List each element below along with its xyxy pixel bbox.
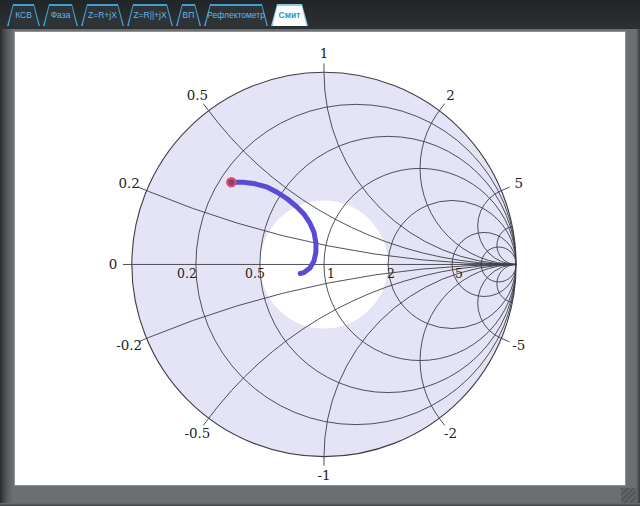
- tab-reflectometer[interactable]: Рефлектометр: [204, 4, 268, 26]
- svg-text:0.5: 0.5: [187, 88, 208, 103]
- svg-text:2: 2: [387, 266, 395, 281]
- tab-label: Рефлектометр: [204, 4, 268, 26]
- svg-text:1: 1: [320, 46, 329, 61]
- tab-ksv[interactable]: КСВ: [7, 4, 40, 26]
- tab-label: КСВ: [7, 4, 40, 26]
- svg-text:-0.5: -0.5: [184, 426, 210, 441]
- tab-smith[interactable]: Смит: [271, 4, 308, 26]
- tab-bar: КСВ Фаза Z=R+jX Z=R||+jX ВП Рефлектометр…: [0, 0, 640, 29]
- svg-text:5: 5: [515, 176, 524, 191]
- tab-phase[interactable]: Фаза: [43, 4, 78, 26]
- tab-z-series[interactable]: Z=R+jX: [81, 4, 124, 26]
- window-left-edge: [0, 0, 13, 506]
- svg-text:-0.2: -0.2: [116, 338, 142, 353]
- svg-text:2: 2: [446, 88, 455, 103]
- svg-text:-2: -2: [444, 426, 457, 441]
- svg-text:-1: -1: [317, 468, 330, 483]
- svg-text:0.2: 0.2: [177, 266, 197, 281]
- smith-chart: 10.520.250-0.2-5-0.5-2-10.20.5125: [15, 32, 625, 485]
- svg-text:1: 1: [327, 266, 335, 281]
- resize-grip[interactable]: [621, 488, 636, 503]
- tab-vp[interactable]: ВП: [176, 4, 201, 26]
- trace-marker: [227, 178, 235, 186]
- tab-label: Фаза: [43, 4, 78, 26]
- svg-text:0.5: 0.5: [245, 266, 265, 281]
- tab-z-parallel[interactable]: Z=R||+jX: [127, 4, 173, 26]
- tab-label: Z=R||+jX: [127, 4, 173, 26]
- svg-text:0: 0: [109, 257, 118, 272]
- tab-label: Z=R+jX: [81, 4, 124, 26]
- content-panel: 10.520.250-0.2-5-0.5-2-10.20.5125: [14, 31, 626, 486]
- svg-text:0.2: 0.2: [118, 176, 139, 191]
- window-right-edge: [636, 0, 640, 506]
- tab-label: ВП: [176, 4, 201, 26]
- tab-label: Смит: [271, 4, 308, 26]
- svg-text:-5: -5: [512, 338, 525, 353]
- svg-text:5: 5: [455, 266, 463, 281]
